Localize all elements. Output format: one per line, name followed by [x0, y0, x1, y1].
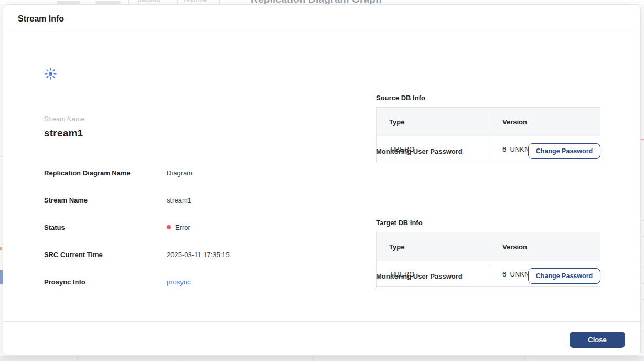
background-toolbar-separator — [128, 0, 129, 4]
stream-info-dialog: Stream Info Stream Name stream1 — [3, 4, 641, 356]
table-header-row: Type Version — [377, 232, 600, 261]
background-button-stub — [95, 1, 121, 4]
error-status-dot-icon — [167, 225, 171, 229]
background-toolbar-separator — [177, 0, 178, 4]
detail-row-src-current-time: SRC Current Time 2025-03-11 17:35:15 — [44, 250, 338, 259]
dialog-footer: Close — [3, 321, 640, 355]
monitoring-user-password-label: Monitoring User Password — [376, 272, 463, 280]
detail-label: Status — [44, 224, 167, 231]
background-resume-button: resume — [184, 0, 207, 4]
background-toolbar-separator — [219, 0, 220, 4]
background-grid-line — [77, 356, 78, 361]
dialog-body: Stream Name stream1 Replication Diagram … — [3, 33, 640, 322]
column-header-version: Version — [490, 108, 600, 136]
background-button-stub — [57, 1, 80, 4]
detail-value: stream1 — [167, 196, 191, 204]
background-page-bottom — [0, 356, 644, 361]
background-right-sliver — [641, 4, 644, 356]
detail-row-replication-diagram-name: Replication Diagram Name Diagram — [44, 168, 338, 177]
stream-name-label: Stream Name — [44, 115, 84, 123]
detail-row-prosync-info: Prosync Info prosync — [44, 277, 338, 286]
detail-label: Stream Name — [44, 196, 167, 204]
background-node-fragment — [641, 139, 644, 140]
target-db-info-title: Target DB Info — [376, 219, 423, 227]
background-page-top: paused resume Replication Diagram Graph — [0, 0, 644, 4]
column-header-version: Version — [490, 232, 600, 261]
background-page-title: Replication Diagram Graph — [251, 0, 382, 4]
detail-label: SRC Current Time — [44, 251, 167, 259]
background-grid-line — [313, 356, 314, 361]
status-value: Error — [167, 224, 190, 231]
source-db-info-title: Source DB Info — [376, 94, 425, 102]
background-grid-line — [524, 356, 525, 361]
detail-label: Replication Diagram Name — [44, 169, 167, 177]
target-change-password-button[interactable]: Change Password — [528, 268, 600, 284]
background-grid-line — [177, 356, 177, 361]
monitoring-user-password-label: Monitoring User Password — [376, 147, 463, 155]
detail-row-status: Status Error — [44, 222, 338, 232]
target-monitoring-password-row: Monitoring User Password Change Password — [376, 268, 600, 284]
close-button[interactable]: Close — [570, 332, 625, 348]
stream-burst-icon — [45, 68, 57, 80]
column-header-type: Type — [377, 108, 490, 136]
status-text: Error — [175, 224, 190, 231]
detail-label: Prosync Info — [44, 278, 167, 286]
table-header-row: Type Version — [377, 108, 600, 136]
screen: paused resume Replication Diagram Graph … — [0, 0, 644, 361]
dialog-title: Stream Info — [18, 5, 64, 33]
source-monitoring-password-row: Monitoring User Password Change Password — [376, 143, 600, 159]
detail-value: Diagram — [167, 169, 192, 177]
dialog-header: Stream Info — [3, 5, 640, 33]
detail-row-stream-name: Stream Name stream1 — [44, 195, 338, 205]
background-paused-button: paused — [137, 0, 160, 4]
source-change-password-button[interactable]: Change Password — [528, 143, 600, 159]
prosync-link[interactable]: prosync — [167, 278, 191, 286]
background-node-fragment — [0, 247, 2, 250]
column-header-type: Type — [377, 232, 490, 261]
stream-name-value: stream1 — [44, 128, 83, 139]
detail-value: 2025-03-11 17:35:15 — [167, 251, 230, 259]
